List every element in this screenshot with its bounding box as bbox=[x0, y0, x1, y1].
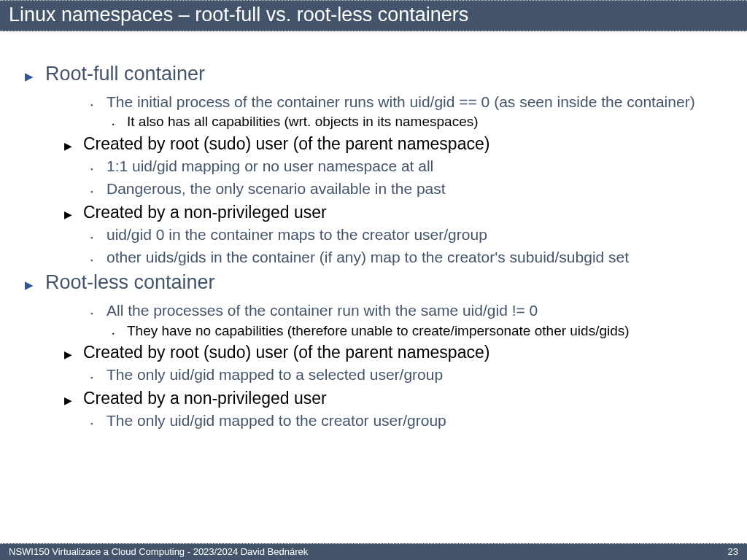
slide-title: Linux namespaces – root-full vs. root-le… bbox=[9, 4, 738, 26]
triangle-right-icon: ▶ bbox=[64, 139, 73, 152]
section-rootless: ▶ Root-less container ▪ All the processe… bbox=[25, 271, 718, 431]
section-heading: Root-full container bbox=[45, 62, 205, 87]
bullet-item: ▪ It also has all capabilities (wrt. obj… bbox=[112, 112, 718, 131]
page-number: 23 bbox=[728, 546, 738, 557]
bullet-item: ▶ Created by root (sudo) user (of the pa… bbox=[64, 133, 718, 200]
triangle-right-icon: ▶ bbox=[25, 277, 35, 292]
square-bullet-icon: ▪ bbox=[90, 418, 98, 427]
bullet-item: ▪ The only uid/gid mapped to the creator… bbox=[90, 410, 718, 431]
square-bullet-icon: ▪ bbox=[112, 329, 118, 337]
bullet-item: ▶ Created by a non-privileged user ▪ uid… bbox=[64, 201, 718, 268]
slide-header: Linux namespaces – root-full vs. root-le… bbox=[0, 0, 747, 31]
bullet-item: ▪ All the processes of the container run… bbox=[90, 300, 718, 340]
bullet-item: ▶ Created by root (sudo) user (of the pa… bbox=[64, 341, 718, 385]
bullet-item: ▪ uid/gid 0 in the container maps to the… bbox=[90, 224, 718, 245]
square-bullet-icon: ▪ bbox=[90, 99, 98, 109]
section-heading: Root-less container bbox=[45, 271, 215, 295]
square-bullet-icon: ▪ bbox=[90, 186, 98, 195]
square-bullet-icon: ▪ bbox=[90, 372, 98, 381]
square-bullet-icon: ▪ bbox=[112, 120, 118, 128]
triangle-right-icon: ▶ bbox=[64, 347, 73, 360]
bullet-item: ▶ Created by a non-privileged user ▪ The… bbox=[64, 387, 718, 431]
slide-footer: NSWI150 Virtualizace a Cloud Computing -… bbox=[0, 543, 747, 560]
square-bullet-icon: ▪ bbox=[90, 163, 98, 173]
triangle-right-icon: ▶ bbox=[64, 207, 73, 220]
bullet-item: ▪ 1:1 uid/gid mapping or no user namespa… bbox=[90, 155, 718, 176]
footer-text: NSWI150 Virtualizace a Cloud Computing -… bbox=[9, 546, 308, 557]
triangle-right-icon: ▶ bbox=[64, 393, 73, 406]
bullet-item: ▪ They have no capabilities (therefore u… bbox=[112, 322, 718, 341]
bullet-item: ▪ The initial process of the container r… bbox=[90, 91, 718, 131]
square-bullet-icon: ▪ bbox=[90, 232, 98, 241]
bullet-item: ▪ Dangerous, the only scenario available… bbox=[90, 178, 718, 199]
bullet-item: ▪ The only uid/gid mapped to a selected … bbox=[90, 364, 718, 385]
slide-content: ▶ Root-full container ▪ The initial proc… bbox=[0, 31, 747, 431]
square-bullet-icon: ▪ bbox=[90, 254, 98, 264]
square-bullet-icon: ▪ bbox=[90, 308, 98, 317]
triangle-right-icon: ▶ bbox=[25, 69, 35, 83]
section-rootfull: ▶ Root-full container ▪ The initial proc… bbox=[25, 62, 718, 268]
bullet-item: ▪ other uids/gids in the container (if a… bbox=[90, 246, 718, 268]
